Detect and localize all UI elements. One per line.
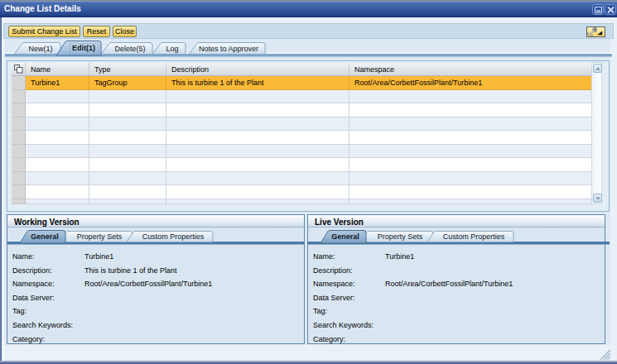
svg-text:Custom Properties: Custom Properties [142, 232, 205, 241]
svg-text:Property Sets: Property Sets [77, 232, 123, 241]
svg-text:New(1): New(1) [28, 45, 52, 53]
svg-text:Edit(1): Edit(1) [72, 44, 95, 52]
svg-text:Custom Properties: Custom Properties [443, 232, 505, 241]
svg-text:Notes to Approver: Notes to Approver [199, 45, 258, 53]
svg-text:Log: Log [166, 45, 178, 53]
svg-text:General: General [331, 232, 359, 241]
svg-text:Delete(5): Delete(5) [114, 45, 145, 53]
svg-text:Property Sets: Property Sets [378, 232, 423, 241]
svg-text:General: General [31, 232, 59, 241]
